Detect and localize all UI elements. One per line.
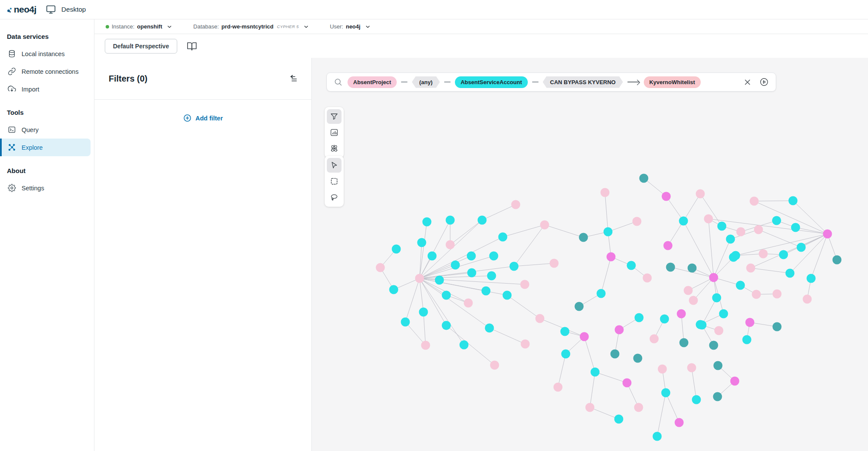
- graph-node[interactable]: [807, 274, 816, 283]
- node-label-pill[interactable]: KyvernoWhitelist: [644, 76, 701, 88]
- graph-node[interactable]: [460, 341, 469, 350]
- graph-node[interactable]: [730, 377, 740, 386]
- graph-node[interactable]: [601, 188, 610, 197]
- sidebar-item-local-instances[interactable]: Local instances: [0, 45, 91, 63]
- graph-node[interactable]: [482, 287, 491, 296]
- graph-node[interactable]: [392, 245, 401, 254]
- graph-node[interactable]: [704, 214, 713, 224]
- graph-node[interactable]: [498, 233, 508, 242]
- graph-node[interactable]: [639, 174, 649, 183]
- node-label-pill[interactable]: AbsentProject: [348, 76, 397, 88]
- graph-node[interactable]: [597, 289, 606, 298]
- graph-node[interactable]: [586, 403, 595, 412]
- graph-node[interactable]: [803, 295, 812, 304]
- graph-node[interactable]: [743, 335, 752, 344]
- graph-node[interactable]: [773, 322, 782, 331]
- graph-node[interactable]: [688, 264, 697, 273]
- graph-node[interactable]: [467, 252, 476, 261]
- graph-node[interactable]: [714, 361, 723, 370]
- graph-node[interactable]: [729, 253, 738, 262]
- graph-node[interactable]: [487, 271, 496, 281]
- node-label-pill[interactable]: AbsentServiceAccount: [455, 76, 527, 88]
- graph-node[interactable]: [714, 326, 724, 335]
- graph-node[interactable]: [684, 286, 693, 295]
- graph-node[interactable]: [428, 252, 437, 261]
- relationship-pill[interactable]: (any): [412, 76, 440, 88]
- graph-node[interactable]: [833, 255, 842, 265]
- graph-node[interactable]: [607, 252, 616, 262]
- graph-node[interactable]: [489, 252, 498, 261]
- graph-node[interactable]: [713, 392, 722, 401]
- graph-canvas[interactable]: [312, 58, 868, 451]
- graph-node[interactable]: [680, 338, 689, 347]
- bar-chart-tool-button[interactable]: [327, 125, 342, 140]
- graph-node[interactable]: [650, 334, 659, 344]
- database-selector[interactable]: Database: prd-we-msntcytricd CYPHER 5: [193, 23, 309, 30]
- graph-node[interactable]: [759, 249, 768, 259]
- graph-node[interactable]: [478, 216, 487, 225]
- graph-node[interactable]: [520, 280, 530, 289]
- default-perspective-button[interactable]: Default Perspective: [105, 39, 177, 54]
- graph-node[interactable]: [773, 290, 782, 299]
- graph-node[interactable]: [485, 324, 494, 333]
- graph-node[interactable]: [401, 318, 410, 327]
- graph-node[interactable]: [635, 313, 644, 322]
- graph-node[interactable]: [633, 217, 642, 226]
- graph-node[interactable]: [677, 309, 686, 319]
- graph-node[interactable]: [521, 340, 530, 349]
- graph-node[interactable]: [823, 230, 832, 239]
- graph-node[interactable]: [423, 218, 432, 227]
- graph-node[interactable]: [550, 259, 559, 268]
- graph-node[interactable]: [750, 197, 759, 206]
- user-selector[interactable]: User: neo4j: [330, 23, 371, 30]
- graph-node[interactable]: [446, 240, 455, 249]
- collapse-panel-button[interactable]: [289, 73, 299, 84]
- graph-node[interactable]: [446, 216, 455, 225]
- graph-node[interactable]: [579, 233, 588, 242]
- graph-node[interactable]: [696, 320, 705, 329]
- graph-node[interactable]: [786, 269, 795, 278]
- graph-node[interactable]: [772, 216, 781, 225]
- graph-node[interactable]: [580, 332, 589, 341]
- graph-node[interactable]: [614, 415, 624, 424]
- graph-node[interactable]: [664, 241, 673, 250]
- graph-node[interactable]: [623, 378, 632, 388]
- graph-node[interactable]: [746, 318, 755, 327]
- graph-node[interactable]: [658, 365, 667, 374]
- graph-node[interactable]: [419, 308, 428, 317]
- graph-node[interactable]: [451, 261, 460, 270]
- graph-node[interactable]: [661, 388, 671, 397]
- lasso-tool-button[interactable]: [327, 190, 342, 205]
- graph-node[interactable]: [696, 189, 705, 199]
- clear-search-button[interactable]: [743, 78, 752, 86]
- graph-node[interactable]: [752, 290, 761, 299]
- sidebar-item-import[interactable]: Import: [0, 80, 91, 98]
- graph-node[interactable]: [634, 403, 643, 412]
- graph-node[interactable]: [591, 368, 600, 377]
- graph-node[interactable]: [421, 341, 430, 350]
- graph-node[interactable]: [536, 314, 545, 323]
- add-filter-button[interactable]: Add filter: [94, 114, 311, 123]
- graph-node[interactable]: [789, 196, 798, 205]
- graph-node[interactable]: [435, 276, 444, 285]
- graph-node[interactable]: [561, 350, 570, 359]
- graph-node[interactable]: [779, 250, 788, 259]
- graph-node[interactable]: [726, 235, 735, 244]
- graph-node[interactable]: [540, 221, 549, 230]
- graph-node[interactable]: [709, 273, 718, 282]
- graph-node[interactable]: [604, 227, 613, 237]
- graph-node[interactable]: [797, 243, 806, 252]
- graph-node[interactable]: [510, 262, 519, 271]
- graph-node[interactable]: [561, 327, 570, 336]
- graph-node[interactable]: [376, 263, 385, 272]
- graph-node[interactable]: [736, 281, 745, 290]
- graph-node[interactable]: [415, 274, 424, 283]
- graph-node[interactable]: [611, 350, 620, 359]
- sidebar-item-explore[interactable]: Explore: [0, 139, 91, 156]
- sidebar-item-settings[interactable]: Settings: [0, 179, 91, 197]
- graph-node[interactable]: [666, 263, 675, 272]
- graph-node[interactable]: [719, 309, 728, 319]
- graph-node[interactable]: [633, 354, 642, 363]
- graph-node[interactable]: [464, 299, 473, 308]
- graph-node[interactable]: [467, 268, 476, 278]
